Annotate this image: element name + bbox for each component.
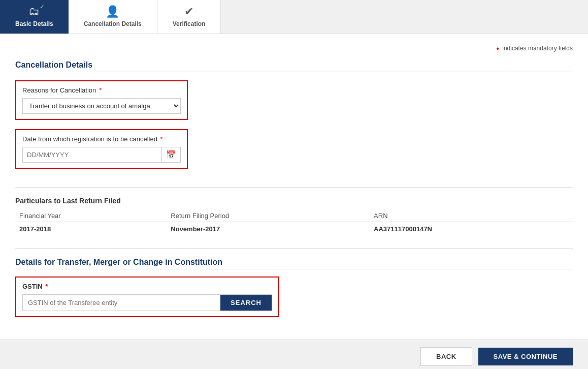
step-verification-label: Verification (173, 20, 206, 28)
date-input-row: 📅 (22, 147, 181, 163)
reasons-field-box: Reasons for Cancellation * Tranfer of bu… (15, 80, 188, 120)
calendar-button[interactable]: 📅 (161, 147, 180, 162)
col-return-period: Return Filing Period (167, 210, 370, 222)
gstin-label: GSTIN * (22, 283, 272, 290)
mandatory-dot: • (496, 44, 499, 53)
gstin-input-row: SEARCH (22, 294, 272, 311)
gstin-required: * (45, 283, 48, 290)
date-label: Date from which registration is to be ca… (22, 135, 181, 143)
step-basic-details-label: Basic Details (15, 20, 53, 28)
particulars-table: Financial Year Return Filing Period ARN … (15, 210, 573, 236)
particulars-section: Particulars to Last Return Filed Financi… (15, 197, 573, 236)
table-row: 2017-2018 November-2017 AA371117000147N (15, 222, 573, 236)
date-required: * (160, 135, 163, 143)
mandatory-note: • indicates mandatory fields (15, 44, 573, 53)
cancellation-section-title: Cancellation Details (15, 60, 573, 72)
mandatory-text: indicates mandatory fields (502, 45, 573, 52)
stepper: 🗂 ✓ Basic Details 👤 Cancellation Details… (0, 0, 588, 34)
step-cancellation-details-label: Cancellation Details (84, 20, 142, 28)
reasons-label: Reasons for Cancellation * (22, 86, 181, 94)
divider-1 (15, 187, 573, 188)
step-verification[interactable]: ✔ Verification (157, 0, 221, 34)
col-arn: ARN (370, 210, 573, 222)
col-financial-year: Financial Year (15, 210, 167, 222)
verification-icon: ✔ (184, 5, 193, 18)
cell-return-period: November-2017 (167, 222, 370, 236)
search-button[interactable]: SEARCH (220, 295, 272, 311)
transfer-section-title: Details for Transfer, Merger or Change i… (15, 258, 573, 269)
basic-details-icon: 🗂 ✓ (28, 5, 40, 18)
save-continue-button[interactable]: SAVE & CONTINUE (478, 348, 573, 365)
date-field-box: Date from which registration is to be ca… (15, 129, 188, 169)
date-input[interactable] (23, 148, 161, 162)
divider-2 (15, 248, 573, 249)
cancellation-details-icon: 👤 (106, 5, 119, 18)
step-basic-details[interactable]: 🗂 ✓ Basic Details (0, 0, 69, 34)
checkmark-icon: ✓ (40, 3, 45, 10)
reasons-select[interactable]: Tranfer of business on account of amalga… (22, 98, 181, 114)
particulars-title: Particulars to Last Return Filed (15, 197, 573, 205)
cell-financial-year: 2017-2018 (15, 222, 167, 236)
footer: BACK SAVE & CONTINUE (0, 340, 588, 369)
back-button[interactable]: BACK (420, 347, 472, 366)
gstin-input[interactable] (23, 295, 220, 311)
cell-arn: AA371117000147N (370, 222, 573, 236)
step-cancellation-details[interactable]: 👤 Cancellation Details (69, 0, 157, 34)
gstin-field-box: GSTIN * SEARCH (15, 276, 279, 317)
main-content: • indicates mandatory fields Cancellatio… (0, 34, 588, 340)
reasons-required: * (99, 86, 102, 94)
transfer-section: Details for Transfer, Merger or Change i… (15, 258, 573, 317)
